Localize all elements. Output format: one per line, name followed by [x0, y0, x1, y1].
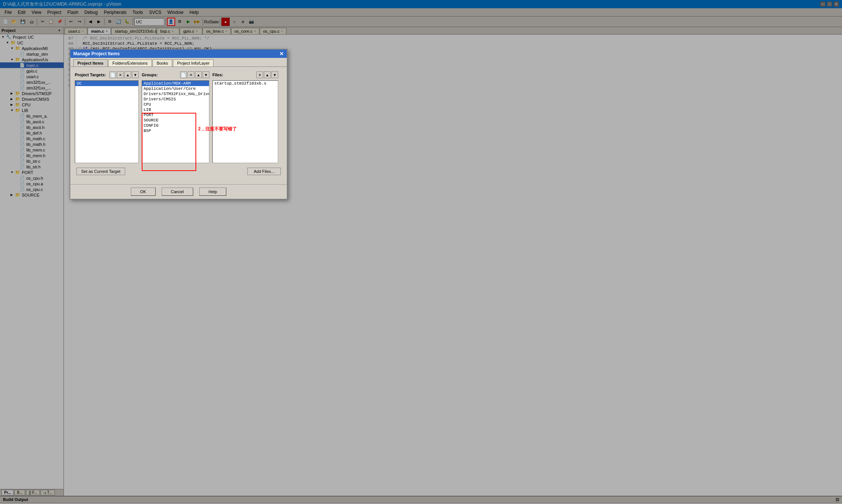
files-list[interactable]: startup_stm32f103xb.s: [212, 80, 278, 163]
group-item-port[interactable]: PORT: [142, 112, 209, 118]
dialog-footer-left: Set as Current Target: [76, 168, 125, 175]
group-item-mdk-arm[interactable]: Application/MDK-ARM: [142, 81, 209, 86]
project-targets-column: Project Targets: 📄 ✕ ▲ ▼ UC: [75, 71, 139, 163]
groups-header: Groups: 📄 ✕ ▲ ▼: [142, 71, 209, 78]
group-item-user-core[interactable]: Application/User/Core: [142, 86, 209, 91]
help-button[interactable]: Help: [199, 188, 227, 196]
files-header: Files: ✕ ▲ ▼: [212, 71, 278, 78]
tab-project-info-layer[interactable]: Project Info/Layer: [173, 59, 214, 67]
files-buttons: ✕ ▲ ▼: [256, 71, 278, 78]
move-target-up-button[interactable]: ▲: [124, 71, 131, 78]
add-target-button[interactable]: 📄: [109, 71, 116, 78]
tab-project-items[interactable]: Project Items: [73, 59, 108, 67]
dialog-columns: Project Targets: 📄 ✕ ▲ ▼ UC Groups:: [75, 71, 282, 163]
move-group-down-button[interactable]: ▼: [203, 71, 209, 78]
dialog-action-buttons: OK Cancel Help: [70, 184, 287, 199]
dialog-tabs: Project Items Folders/Extensions Books P…: [70, 58, 287, 67]
move-file-down-button[interactable]: ▼: [271, 71, 278, 78]
manage-project-dialog: Manage Project Items ✕ Project Items Fol…: [70, 49, 288, 200]
dialog-titlebar: Manage Project Items ✕: [70, 50, 287, 58]
move-file-up-button[interactable]: ▲: [264, 71, 271, 78]
cancel-button[interactable]: Cancel: [162, 188, 193, 196]
target-item-uc[interactable]: UC: [75, 81, 138, 86]
move-target-down-button[interactable]: ▼: [132, 71, 139, 78]
dialog-close-button[interactable]: ✕: [279, 51, 284, 56]
dialog-title: Manage Project Items: [73, 51, 120, 56]
project-targets-label: Project Targets:: [75, 73, 106, 77]
dialog-footer: Set as Current Target Add Files...: [75, 168, 282, 175]
group-item-stm32f1xx[interactable]: Drivers/STM32F1xx_HAL_Driver: [142, 91, 209, 97]
delete-target-button[interactable]: ✕: [117, 71, 124, 78]
project-targets-header: Project Targets: 📄 ✕ ▲ ▼: [75, 71, 139, 78]
group-item-source[interactable]: SOURCE: [142, 118, 209, 123]
project-targets-list[interactable]: UC: [75, 80, 139, 163]
set-current-target-button[interactable]: Set as Current Target: [76, 168, 125, 175]
groups-list[interactable]: Application/MDK-ARM Application/User/Cor…: [142, 80, 209, 163]
tab-books[interactable]: Books: [153, 59, 173, 67]
delete-file-button[interactable]: ✕: [256, 71, 263, 78]
group-item-bsp[interactable]: BSP: [142, 128, 209, 133]
move-group-up-button[interactable]: ▲: [195, 71, 202, 78]
group-item-cpu[interactable]: CPU: [142, 102, 209, 107]
project-targets-buttons: 📄 ✕ ▲ ▼: [109, 71, 139, 78]
add-files-button[interactable]: Add Files...: [247, 168, 281, 175]
tab-folders-extensions[interactable]: Folders/Extensions: [108, 59, 152, 67]
group-item-config[interactable]: CONFIG: [142, 123, 209, 128]
add-group-button[interactable]: 📄: [180, 71, 187, 78]
ok-button[interactable]: OK: [131, 188, 156, 196]
delete-group-button[interactable]: ✕: [188, 71, 194, 78]
files-label: Files:: [212, 73, 223, 77]
dialog-footer-right: Add Files...: [247, 168, 281, 175]
groups-column: Groups: 📄 ✕ ▲ ▼ Application/MDK-ARM Appl…: [142, 71, 209, 163]
groups-label: Groups:: [142, 73, 158, 77]
group-item-lib[interactable]: LIB: [142, 107, 209, 112]
dialog-body: Project Targets: 📄 ✕ ▲ ▼ UC Groups:: [70, 67, 287, 180]
group-item-cmsis[interactable]: Drivers/CMSIS: [142, 97, 209, 102]
files-column: Files: ✕ ▲ ▼ startup_stm32f103xb.s: [212, 71, 278, 163]
groups-buttons: 📄 ✕ ▲ ▼: [180, 71, 209, 78]
file-item-startup[interactable]: startup_stm32f103xb.s: [213, 81, 278, 86]
